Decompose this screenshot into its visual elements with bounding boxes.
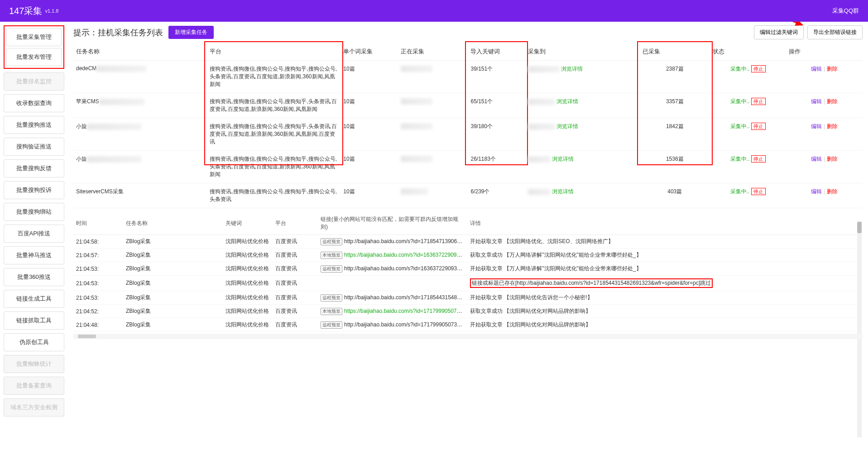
log-row: 21:04:48:ZBlog采集沈阳网站优化价格百度资讯远程预览http://b… xyxy=(73,318,863,332)
sidebar-item[interactable]: 搜狗验证推送 xyxy=(4,138,64,156)
task-th: 操作 xyxy=(786,43,863,61)
log-th: 时间 xyxy=(73,212,123,235)
sidebar-item[interactable]: 批量搜狗投诉 xyxy=(4,181,64,199)
qq-group-link[interactable]: 采集QQ群 xyxy=(832,7,859,15)
table-row: SiteserverCMS采集搜狗资讯,搜狗微信,搜狗公众号,搜狗知乎,搜狗公众… xyxy=(73,183,863,208)
edit-link[interactable]: 编辑 xyxy=(811,66,822,72)
log-link[interactable]: http://baijiahao.baidu.com/s?id=16363722… xyxy=(344,265,467,272)
task-th: 导入关键词 xyxy=(468,43,525,61)
sidebar-item[interactable]: 批量搜狗推送 xyxy=(4,116,64,134)
edit-link[interactable]: 编辑 xyxy=(811,156,822,162)
sidebar-item[interactable]: 收录数据查询 xyxy=(4,94,64,112)
edit-link[interactable]: 编辑 xyxy=(811,98,822,105)
stop-button[interactable]: 停止 xyxy=(751,65,766,72)
table-row: 苹果CMS搜狗资讯,搜狗微信,搜狗公众号,搜狗知乎,头条资讯,百度资讯,百度知道… xyxy=(73,93,863,118)
task-th: 采集到 xyxy=(525,43,640,61)
log-link[interactable]: http://baijiahao.baidu.com/s?id=17185471… xyxy=(344,238,467,244)
sidebar-item[interactable]: 批量搜狗反馈 xyxy=(4,159,64,177)
browse-detail-link[interactable]: 浏览详情 xyxy=(552,188,574,195)
delete-link[interactable]: 删除 xyxy=(827,66,838,72)
sidebar-item[interactable]: 链接抓取工具 xyxy=(4,311,64,330)
browse-detail-link[interactable]: 浏览详情 xyxy=(556,123,578,129)
sidebar-item-1[interactable]: 批量发布管理 xyxy=(6,48,62,66)
delete-link[interactable]: 删除 xyxy=(827,188,838,195)
stop-button[interactable]: 停止 xyxy=(751,155,766,163)
log-th: 链接(量小的网站可能没有匹配，如需要可群内反馈增加规则) xyxy=(318,212,467,235)
log-section: 时间任务名称关键词平台链接(量小的网站可能没有匹配，如需要可群内反馈增加规则)详… xyxy=(73,212,863,446)
status-text: 采集中.. xyxy=(730,123,750,129)
table-row: 小旋搜狗资讯,搜狗微信,搜狗公众号,搜狗知乎,搜狗公众号,头条资讯,百度资讯,百… xyxy=(73,151,863,183)
edit-link[interactable]: 编辑 xyxy=(811,188,822,195)
vertical-scrollbar-thumb[interactable] xyxy=(857,222,862,233)
task-th: 平台 xyxy=(207,43,340,61)
preview-tag[interactable]: 本地预览 xyxy=(321,252,342,259)
log-th: 详情 xyxy=(467,212,863,235)
log-link[interactable]: https://baijiahao.baidu.com/s?id=1636372… xyxy=(344,252,467,258)
preview-tag[interactable]: 远程预览 xyxy=(321,265,342,273)
title-row: 提示：挂机采集任务列表 新增采集任务 编辑过滤关键词 导出全部错误链接 xyxy=(73,25,863,39)
status-text: 采集中.. xyxy=(730,66,750,72)
svg-line-1 xyxy=(757,22,802,25)
status-text: 采集中.. xyxy=(730,188,750,195)
preview-tag[interactable]: 远程预览 xyxy=(321,294,342,302)
browse-detail-link[interactable]: 浏览详情 xyxy=(561,66,583,72)
stop-button[interactable]: 停止 xyxy=(751,98,766,105)
task-th: 已采集 xyxy=(640,43,710,61)
table-row: dedeCM搜狗资讯,搜狗微信,搜狗公众号,搜狗知乎,搜狗公众号,头条资讯,百度… xyxy=(73,61,863,93)
edit-link[interactable]: 编辑 xyxy=(811,123,822,129)
delete-link[interactable]: 删除 xyxy=(827,123,838,129)
vertical-scrollbar-track[interactable] xyxy=(857,221,862,437)
browse-detail-link[interactable]: 浏览详情 xyxy=(552,156,574,162)
preview-tag[interactable]: 远程预览 xyxy=(321,238,342,245)
sidebar-highlight-box: 批量采集管理批量发布管理 xyxy=(4,25,64,69)
stop-button[interactable]: 停止 xyxy=(751,123,766,130)
sidebar-item-0[interactable]: 批量采集管理 xyxy=(6,28,62,46)
log-th: 任务名称 xyxy=(123,212,223,235)
export-errors-button[interactable]: 导出全部错误链接 xyxy=(807,25,863,39)
log-detail-highlighted: 链接或标题已存在[http://baijiahao.baidu.com/s?id… xyxy=(470,278,713,288)
log-row: 21:04:53:ZBlog采集沈阳网站优化价格百度资讯远程预览http://b… xyxy=(73,291,863,305)
log-row: 21:04:52:ZBlog采集沈阳网站优化价格百度资讯本地预览https://… xyxy=(73,305,863,318)
log-link[interactable]: http://baijiahao.baidu.com/s?id=17179990… xyxy=(344,321,467,328)
preview-tag[interactable]: 远程预览 xyxy=(321,321,342,329)
log-row: 21:04:53:ZBlog采集沈阳网站优化价格百度资讯远程预览http://b… xyxy=(73,262,863,276)
table-row: 小旋搜狗资讯,搜狗微信,搜狗公众号,搜狗知乎,头条资讯,百度资讯,百度知道,新浪… xyxy=(73,118,863,151)
sidebar-item: 批量蜘蛛统计 xyxy=(4,355,64,373)
page-title: 提示：挂机采集任务列表 xyxy=(73,27,163,38)
app-version: v1.1.8 xyxy=(45,8,58,14)
log-row: 21:04:57:ZBlog采集沈阳网站优化价格百度资讯本地预览https://… xyxy=(73,249,863,262)
sidebar-item[interactable]: 伪原创工具 xyxy=(4,333,64,351)
log-link[interactable]: https://baijiahao.baidu.com/s?id=1717999… xyxy=(344,308,467,314)
task-th: 正在采集 xyxy=(398,43,468,61)
log-th: 关键词 xyxy=(223,212,273,235)
horizontal-scrollbar-track[interactable] xyxy=(73,334,863,339)
horizontal-scrollbar-thumb[interactable] xyxy=(78,335,96,338)
main-content: 提示：挂机采集任务列表 新增采集任务 编辑过滤关键词 导出全部错误链接 任务名称… xyxy=(68,22,868,450)
task-table: 任务名称平台单个词采集正在采集导入关键词采集到已采集状态操作 dedeCM搜狗资… xyxy=(73,43,863,208)
edit-filter-button[interactable]: 编辑过滤关键词 xyxy=(754,25,804,39)
sidebar-item[interactable]: 链接生成工具 xyxy=(4,290,64,308)
status-text: 采集中.. xyxy=(730,98,750,105)
sidebar-item[interactable]: 批量神马推送 xyxy=(4,246,64,264)
log-th: 平台 xyxy=(273,212,318,235)
sidebar-item: 批量备案查询 xyxy=(4,377,64,395)
app-title: 147采集 xyxy=(9,5,42,17)
preview-tag[interactable]: 本地预览 xyxy=(321,308,342,315)
sidebar: 批量采集管理批量发布管理 批量排名监控收录数据查询批量搜狗推送搜狗验证推送批量搜… xyxy=(0,22,68,450)
sidebar-item[interactable]: 批量搜狗绑站 xyxy=(4,203,64,221)
sidebar-item: 域名三方安全检测 xyxy=(4,398,64,416)
log-table: 时间任务名称关键词平台链接(量小的网站可能没有匹配，如需要可群内反馈增加规则)详… xyxy=(73,212,863,332)
browse-detail-link[interactable]: 浏览详情 xyxy=(556,98,578,105)
task-th: 单个词采集 xyxy=(340,43,398,61)
sidebar-item[interactable]: 批量360推送 xyxy=(4,268,64,286)
task-th: 状态 xyxy=(710,43,786,61)
stop-button[interactable]: 停止 xyxy=(751,188,766,195)
sidebar-item[interactable]: 百度API推送 xyxy=(4,225,64,243)
delete-link[interactable]: 删除 xyxy=(827,98,838,105)
status-text: 采集中.. xyxy=(730,156,750,162)
sidebar-item: 批量排名监控 xyxy=(4,72,64,91)
log-link[interactable]: http://baijiahao.baidu.com/s?id=17185443… xyxy=(344,294,467,301)
task-th: 任务名称 xyxy=(73,43,207,61)
new-task-button[interactable]: 新增采集任务 xyxy=(168,26,214,39)
delete-link[interactable]: 删除 xyxy=(827,156,838,162)
